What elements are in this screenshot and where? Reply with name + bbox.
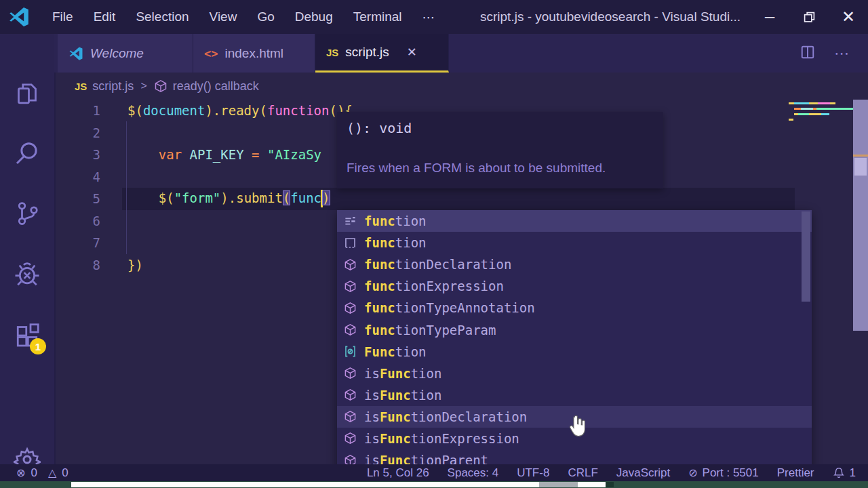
scrollbar-cursor-marker	[853, 155, 868, 157]
suggest-item-function[interactable]: function	[337, 210, 812, 232]
bell-icon	[833, 467, 845, 479]
line-number: 7	[54, 235, 100, 250]
indent-guide	[126, 121, 127, 254]
suggest-item-functiontypeparam[interactable]: functionTypeParam	[337, 319, 812, 340]
tab-index-html[interactable]: <> index.html	[193, 34, 315, 73]
symbol-cube-icon	[344, 302, 357, 314]
breadcrumb-file[interactable]: script.js	[92, 79, 134, 94]
breadcrumb-separator: >	[140, 80, 146, 92]
extensions-icon[interactable]: 1	[14, 322, 41, 349]
menu-item-view[interactable]: View	[199, 9, 248, 25]
video-progress-buffer	[539, 482, 578, 487]
errors-count: 0	[31, 466, 37, 480]
status-item-crlf[interactable]: CRLF	[568, 466, 597, 480]
suggest-item-label: functionTypeAnnotation	[364, 300, 535, 315]
menu-item-debug[interactable]: Debug	[285, 9, 343, 25]
keyword-icon	[344, 215, 357, 228]
line-number: 6	[54, 214, 100, 228]
suggest-item-label: isFunction	[364, 388, 441, 403]
window-title: script.js - youtubevideosearch - Visual …	[480, 0, 741, 34]
hover-doc-panel: (): void Fires when a FORM is about to b…	[337, 112, 663, 188]
status-item-prettier[interactable]: Prettier	[777, 466, 814, 480]
restore-button[interactable]	[789, 0, 829, 34]
menu-item-edit[interactable]: Edit	[83, 9, 126, 25]
more-actions-icon[interactable]: ⋯	[834, 45, 849, 62]
line-number: 1	[54, 103, 100, 118]
suggest-scrollbar-thumb[interactable]	[802, 211, 810, 302]
js-badge-icon: JS	[326, 47, 338, 58]
problems-status[interactable]: ⊗ 0 △ 0	[16, 466, 68, 480]
menu-item-file[interactable]: File	[42, 9, 83, 25]
suggest-item-functionexpression[interactable]: functionExpression	[337, 275, 812, 297]
editor-scrollbar[interactable]	[853, 100, 868, 331]
suggest-item-label: Function	[364, 344, 427, 359]
symbol-cube-icon	[344, 258, 357, 271]
tab-script-js[interactable]: JS script.js ✕	[315, 34, 449, 73]
line-content: })	[100, 258, 143, 272]
extensions-badge: 1	[30, 338, 46, 354]
line-number: 8	[54, 258, 100, 272]
suggest-item-isfunction[interactable]: isFunction	[337, 363, 812, 384]
scrollbar-thumb[interactable]	[854, 158, 867, 176]
code-editor[interactable]: 1$(document).ready(function(){23 var API…	[54, 100, 868, 464]
debug-icon[interactable]	[14, 260, 41, 287]
suggest-item-label: isFunctionDeclaration	[364, 409, 527, 424]
line-content: $("form").submit(func)	[100, 190, 330, 207]
suggest-item-functiondeclaration[interactable]: functionDeclaration	[337, 253, 812, 275]
status-item-javascript[interactable]: JavaScript	[616, 466, 670, 480]
warnings-icon: △	[48, 466, 56, 479]
symbol-cube-icon	[344, 410, 357, 423]
status-item-port-5501[interactable]: ⊘Port : 5501	[688, 466, 759, 480]
doc-signature: (): void	[347, 120, 412, 136]
code-line-5[interactable]: 5 $("form").submit(func)	[54, 188, 868, 210]
menu-item-selection[interactable]: Selection	[125, 9, 199, 25]
suggest-item-function[interactable]: function	[337, 232, 812, 253]
status-right-items: Ln 5, Col 26Spaces: 4UTF-8CRLFJavaScript…	[367, 466, 856, 480]
doc-description: Fires when a FORM is about to be submitt…	[347, 161, 606, 176]
suggest-item-label: isFunction	[364, 366, 441, 381]
window-controls: ─ ✕	[750, 0, 868, 34]
symbol-cube-icon	[344, 432, 357, 445]
breadcrumb-symbol[interactable]: ready() callback	[173, 79, 259, 94]
source-control-icon[interactable]	[14, 200, 41, 227]
tab-label: script.js	[345, 45, 389, 60]
menu-item-terminal[interactable]: Terminal	[343, 9, 412, 25]
minimize-button[interactable]: ─	[750, 0, 789, 34]
menu-item-go[interactable]: Go	[247, 9, 284, 25]
tab-label: index.html	[224, 46, 283, 61]
suggest-item-isfunction[interactable]: isFunction	[337, 384, 812, 406]
activity-bar: 1	[0, 34, 56, 464]
split-editor-icon[interactable]	[800, 45, 815, 62]
video-progress-played	[71, 482, 606, 487]
line-number: 2	[54, 125, 100, 140]
suggest-item-label: functionTypeParam	[364, 323, 496, 338]
symbol-cube-icon	[344, 323, 357, 336]
snippet-icon	[344, 237, 357, 249]
line-number: 4	[54, 169, 100, 184]
suggest-item-label: isFunctionExpression	[364, 431, 519, 446]
close-button[interactable]: ✕	[829, 0, 868, 34]
warnings-count: 0	[62, 466, 68, 480]
tab-close-icon[interactable]: ✕	[407, 45, 417, 60]
vscode-logo-icon	[68, 46, 83, 61]
line-content: var API_KEY = "AIzaSy	[100, 147, 321, 162]
suggest-item-functiontypeannotation[interactable]: functionTypeAnnotation	[337, 297, 812, 319]
suggest-item-label: function	[364, 235, 427, 250]
explorer-icon[interactable]	[14, 80, 41, 107]
vscode-window: FileEditSelectionViewGoDebugTerminal⋯ sc…	[0, 0, 868, 488]
menu-item-more[interactable]: ⋯	[412, 9, 446, 25]
status-item-utf-8[interactable]: UTF-8	[517, 466, 549, 480]
status-item-ln-5-col-26[interactable]: Ln 5, Col 26	[367, 466, 429, 480]
editor-actions: ⋯	[800, 34, 849, 73]
slash-circle-icon: ⊘	[688, 466, 697, 479]
search-icon[interactable]	[14, 140, 41, 167]
line-number: 3	[54, 147, 100, 162]
suggest-scrollbar[interactable]	[802, 211, 810, 469]
status-bar: ⊗ 0 △ 0 Ln 5, Col 26Spaces: 4UTF-8CRLFJa…	[0, 464, 868, 481]
notifications-status[interactable]: 1	[833, 466, 856, 480]
status-item-spaces-4[interactable]: Spaces: 4	[448, 466, 499, 480]
suggest-item-function[interactable]: Function	[337, 341, 812, 363]
tab-welcome[interactable]: Welcome	[58, 34, 193, 73]
tab-bar: Welcome <> index.html JS script.js ✕ ⋯	[54, 34, 868, 73]
errors-icon: ⊗	[16, 466, 25, 479]
